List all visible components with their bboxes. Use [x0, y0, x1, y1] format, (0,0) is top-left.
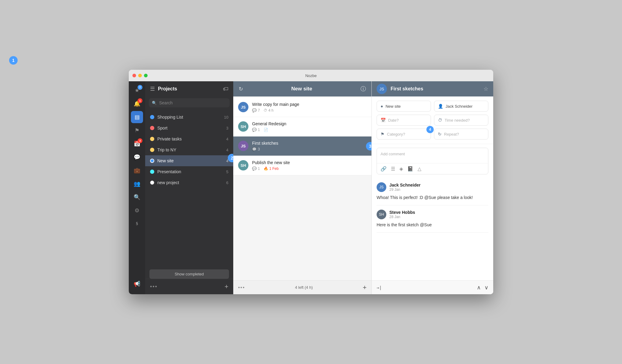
comment-area[interactable]: Add comment 🔗 ☰ ◈ 📓 △: [377, 148, 488, 174]
comment-avatar: SH: [377, 210, 386, 219]
team-icon: 👥: [134, 180, 140, 187]
next-task-button[interactable]: ∨: [484, 284, 488, 291]
task-time: ⏱ 4 h: [264, 108, 274, 113]
project-dot: [150, 115, 154, 119]
task-item[interactable]: SH General Redesign 💬 1 📄: [233, 117, 371, 136]
projects-list-icon: ▤: [135, 114, 140, 120]
sidebar-item-calendar[interactable]: 📅 3: [131, 138, 143, 150]
evernote-icon[interactable]: 📓: [407, 166, 413, 172]
project-name: Presentation: [157, 169, 223, 174]
task-item[interactable]: SH Publish the new site 💬 1 🔥 1 Feb: [233, 156, 371, 175]
projects-header: ☰ Projects 🏷: [145, 81, 233, 96]
repeat-icon: ↻: [438, 132, 442, 136]
forward-icon[interactable]: →|: [377, 285, 474, 290]
sidebar-item-bag[interactable]: 💼: [131, 164, 143, 177]
project-field[interactable]: ● New site: [377, 101, 431, 112]
sidebar-item-notifications[interactable]: 🔔 1: [131, 98, 143, 110]
prev-task-button[interactable]: ∧: [477, 284, 481, 291]
project-count: 10: [224, 115, 228, 120]
task-meta: 💬 3: [252, 147, 367, 151]
task-content: First sketches 💬 3: [252, 141, 367, 151]
project-name: New site: [157, 158, 223, 163]
show-completed-button[interactable]: Show completed: [149, 269, 229, 279]
add-task-button[interactable]: +: [363, 284, 367, 292]
sidebar-item-flag[interactable]: ⚑: [131, 124, 143, 136]
refresh-icon[interactable]: ↻: [239, 86, 243, 92]
add-project-button[interactable]: +: [224, 283, 228, 291]
info-icon[interactable]: ⓘ: [361, 85, 366, 93]
comment-input-placeholder[interactable]: Add comment: [377, 148, 488, 163]
task-content: Publish the new site 💬 1 🔥 1 Feb: [252, 160, 367, 171]
comment-date: 28 Jan: [389, 215, 415, 219]
tag-icon[interactable]: 🏷: [223, 86, 228, 92]
project-dot: [150, 126, 154, 130]
sidebar-item-megaphone[interactable]: 📢: [131, 278, 143, 290]
sidebar-item-settings[interactable]: ⚙: [131, 204, 143, 217]
search-box[interactable]: 🔍: [149, 98, 230, 107]
comment-text: Here is the first sketch @Sue: [377, 222, 488, 228]
assignee-field[interactable]: 👤 Jack Schneider: [434, 101, 488, 112]
task-item[interactable]: JS Write copy for main page 💬 7 ⏱ 4 h: [233, 98, 371, 117]
attachment-icon[interactable]: 🔗: [381, 166, 387, 172]
comment-text: Whoa! This is perfect! :D @Sue please ta…: [377, 194, 488, 201]
project-count: 5: [226, 170, 228, 174]
list-icon[interactable]: ☰: [391, 166, 395, 172]
project-item-private[interactable]: Private tasks 4: [145, 133, 233, 144]
comment-author-info: Steve Hobbs 28 Jan: [389, 210, 415, 219]
category-placeholder: Category?: [387, 132, 405, 136]
project-item-presentation[interactable]: Presentation 5: [145, 166, 233, 177]
sidebar-item-projects[interactable]: ▤: [131, 111, 143, 123]
project-item-shopping[interactable]: Shopping List 10: [145, 112, 233, 123]
project-item-trip[interactable]: Trip to NY 4: [145, 144, 233, 155]
traffic-lights: [132, 74, 148, 77]
category-field[interactable]: ⚑ Category? 4: [377, 129, 431, 140]
drive-icon[interactable]: △: [418, 166, 421, 172]
tasks-footer-dots[interactable]: •••: [238, 285, 245, 290]
avatar: SH: [238, 160, 248, 170]
avatar: JS: [238, 141, 248, 151]
sidebar-item-search[interactable]: 🔍: [131, 191, 143, 203]
sidebar-item-money[interactable]: $: [131, 218, 143, 230]
calendar-badge: 3: [138, 138, 142, 143]
close-button[interactable]: [132, 74, 136, 77]
tutorial-badge-4: 4: [426, 126, 434, 133]
date-placeholder: Date?: [388, 118, 399, 123]
titlebar: Nozbe: [129, 70, 493, 81]
search-icon-small: 🔍: [152, 101, 157, 105]
project-list: Shopping List 10 Sport 3 Private tasks 4…: [145, 110, 233, 265]
hamburger-icon[interactable]: ☰: [150, 86, 155, 92]
search-input[interactable]: [159, 100, 227, 105]
sidebar-item-team[interactable]: 👥: [131, 178, 143, 190]
comment-item: JS Jack Schneider 29 Jan Whoa! This is p…: [377, 178, 488, 205]
chat-icon: 💬: [134, 154, 140, 160]
settings-icon: ⚙: [135, 207, 139, 214]
footer-dots[interactable]: •••: [150, 284, 158, 290]
project-dot: [150, 148, 154, 152]
repeat-field[interactable]: ↻ Repeat?: [434, 129, 488, 140]
project-name: Shopping List: [157, 115, 221, 120]
star-button[interactable]: ☆: [484, 86, 488, 92]
project-item-newproject[interactable]: new project 6: [145, 177, 233, 188]
comments-list: JS Jack Schneider 29 Jan Whoa! This is p…: [372, 178, 493, 233]
dropbox-icon[interactable]: ◈: [399, 166, 403, 172]
task-due: 🔥 1 Feb: [264, 167, 279, 171]
notification-badge: 1: [138, 98, 142, 103]
task-meta: 💬 1 📄: [252, 128, 367, 132]
maximize-button[interactable]: [144, 74, 148, 77]
date-field[interactable]: 📅 Date?: [377, 115, 431, 126]
project-item-sport[interactable]: Sport 3: [145, 123, 233, 133]
task-item-active[interactable]: JS First sketches 💬 3 3: [233, 136, 371, 156]
project-count: 4: [226, 148, 228, 152]
time-field[interactable]: ⏱ Time needed?: [434, 115, 488, 126]
project-icon: ●: [381, 104, 383, 109]
detail-avatar: JS: [377, 84, 387, 94]
project-item-newsite[interactable]: New site 4 2: [145, 155, 233, 166]
person-icon: 👤: [438, 104, 443, 109]
tutorial-badge-3: 3: [366, 142, 371, 150]
task-content: General Redesign 💬 1 📄: [252, 121, 367, 132]
minimize-button[interactable]: [138, 74, 142, 77]
comment-toolbar: 🔗 ☰ ◈ 📓 △: [377, 163, 488, 174]
clock-icon: ⏱: [438, 118, 442, 123]
sidebar-item-chat[interactable]: 💬: [131, 151, 143, 163]
sidebar-item-priority[interactable]: ★ 7: [131, 84, 143, 96]
